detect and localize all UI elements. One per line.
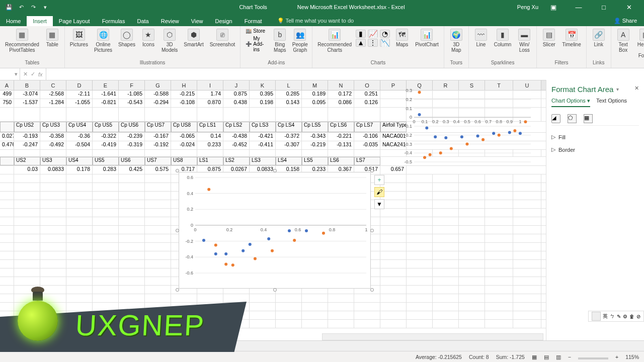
cell[interactable] — [93, 192, 119, 200]
cell[interactable] — [40, 234, 66, 242]
cell[interactable] — [93, 260, 119, 268]
cell[interactable]: -3.074 — [14, 90, 40, 99]
header-footer-button[interactable]: ▤Header & Footer — [634, 28, 644, 59]
cell[interactable] — [0, 192, 14, 200]
cell[interactable] — [485, 277, 513, 285]
redo-icon[interactable]: ↷ — [29, 3, 37, 11]
cell[interactable]: Cp US5 — [93, 122, 119, 132]
cell[interactable] — [119, 320, 145, 328]
col-header[interactable]: I — [197, 80, 223, 90]
link-button[interactable]: 🔗Link — [590, 28, 608, 48]
cell[interactable] — [407, 217, 433, 225]
cell[interactable]: -0.319 — [119, 141, 145, 149]
cell[interactable] — [302, 294, 328, 302]
cell[interactable] — [433, 226, 459, 234]
cell[interactable] — [459, 234, 485, 242]
cell[interactable] — [407, 277, 433, 285]
border-section[interactable]: ▷ Border — [551, 143, 639, 156]
cell[interactable]: -2.568 — [40, 90, 66, 99]
cell[interactable] — [197, 294, 223, 302]
cell[interactable] — [459, 320, 485, 328]
cell[interactable] — [513, 243, 541, 251]
cell[interactable] — [485, 260, 513, 268]
chart-plus-button[interactable]: + — [374, 175, 384, 185]
cell[interactable] — [93, 286, 119, 294]
cell[interactable]: -0.065 — [171, 133, 197, 141]
cell[interactable] — [66, 183, 93, 191]
cell[interactable] — [485, 217, 513, 225]
models-button[interactable]: ⬡3D Models — [159, 28, 180, 54]
cell[interactable] — [119, 311, 145, 319]
cell[interactable] — [145, 260, 171, 268]
cell[interactable]: -0.215 — [171, 90, 197, 99]
cell[interactable] — [459, 303, 485, 311]
cell[interactable] — [14, 311, 40, 319]
cell[interactable] — [459, 286, 485, 294]
cell[interactable] — [145, 286, 171, 294]
cell[interactable] — [40, 260, 66, 268]
tab-page-layout[interactable]: Page Layout — [53, 16, 96, 26]
cell[interactable] — [40, 268, 66, 277]
cell[interactable] — [433, 217, 459, 225]
cell[interactable]: Cp LS1 — [197, 122, 223, 132]
cell[interactable] — [513, 294, 541, 302]
cell[interactable]: 0.0833 — [40, 166, 66, 174]
area-chart-icon[interactable]: ▲ — [356, 39, 366, 47]
cell[interactable]: 0.14 — [197, 133, 223, 141]
col-header[interactable]: N — [328, 80, 354, 90]
undo-icon[interactable]: ↶ — [17, 3, 25, 11]
tab-design[interactable]: Design — [209, 16, 238, 26]
horizontal-scrollbar[interactable] — [322, 333, 543, 340]
cell[interactable] — [14, 251, 40, 259]
cell[interactable]: Cp US7 — [145, 122, 171, 132]
col-header[interactable]: A — [0, 80, 14, 90]
cell[interactable]: -1.537 — [14, 99, 40, 107]
cell[interactable] — [145, 251, 171, 259]
cell[interactable] — [407, 286, 433, 294]
cell[interactable]: -0.36 — [66, 133, 93, 141]
effects-icon[interactable]: ⬠ — [568, 114, 577, 123]
cell[interactable] — [119, 226, 145, 234]
line-chart-icon[interactable]: 📈 — [368, 30, 378, 38]
cell[interactable] — [433, 251, 459, 259]
cell[interactable] — [119, 209, 145, 217]
cell[interactable]: -0.504 — [66, 141, 93, 149]
name-box[interactable]: ▾ — [0, 68, 20, 80]
col-header[interactable]: L — [276, 80, 302, 90]
textbox-button[interactable]: AText Box — [614, 28, 632, 54]
cell[interactable] — [66, 174, 93, 183]
cell[interactable] — [14, 209, 40, 217]
cell[interactable] — [0, 251, 14, 259]
cell[interactable] — [513, 209, 541, 217]
chart-options-tab[interactable]: Chart Options ▾ — [551, 98, 590, 107]
maximize-icon[interactable]: □ — [594, 0, 614, 14]
cell[interactable]: Cp LS3 — [250, 122, 276, 132]
cell[interactable] — [40, 320, 66, 328]
panel-close-icon[interactable]: ✕ — [634, 85, 639, 92]
cell[interactable]: 0.285 — [276, 90, 302, 99]
cell[interactable] — [197, 311, 223, 319]
cell[interactable] — [433, 320, 459, 328]
fill-paint-icon[interactable]: ◢ — [551, 114, 560, 123]
cell[interactable] — [66, 286, 93, 294]
cell[interactable] — [93, 200, 119, 208]
cell[interactable] — [145, 243, 171, 251]
cell[interactable] — [40, 294, 66, 302]
cell[interactable] — [145, 226, 171, 234]
spark-column-button[interactable]: ▮Column — [492, 28, 513, 48]
tell-me-search[interactable]: 💡 Tell me what you want to do — [273, 16, 358, 26]
cell[interactable] — [485, 183, 513, 191]
cell[interactable]: -0.343 — [302, 133, 328, 141]
cell[interactable] — [93, 294, 119, 302]
cell[interactable] — [380, 260, 407, 268]
cell[interactable] — [14, 200, 40, 208]
cell[interactable]: Cp LS4 — [276, 122, 302, 132]
cell[interactable]: LS5 — [302, 157, 328, 165]
col-header[interactable]: C — [40, 80, 66, 90]
cell[interactable] — [433, 294, 459, 302]
cell[interactable]: 0.395 — [250, 90, 276, 99]
cell[interactable] — [302, 320, 328, 328]
cell[interactable] — [485, 200, 513, 208]
cell[interactable] — [380, 243, 407, 251]
cell[interactable] — [14, 192, 40, 200]
